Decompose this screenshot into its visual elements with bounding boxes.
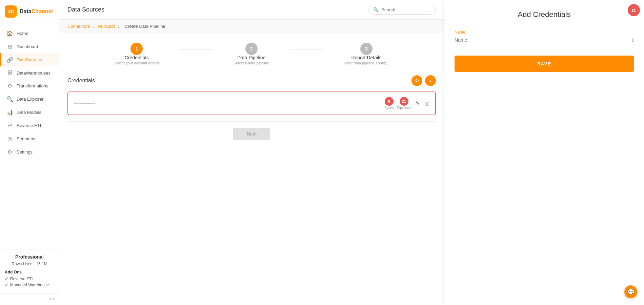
sidebar-item-label: DataWarehouses	[17, 70, 51, 76]
search-box[interactable]: 🔍	[368, 5, 436, 15]
logo-text: DataChannel	[20, 8, 53, 15]
step-2-label: Data Pipeline	[237, 55, 265, 60]
check-icon: ✔	[5, 282, 8, 287]
step-2: 2 Data Pipeline Select a data pipeline	[234, 43, 269, 65]
step-2-sublabel: Select a data pipeline	[234, 61, 269, 65]
logo-icon: DC	[5, 5, 17, 18]
right-panel: D Add Credentials Name ℹ SAVE	[444, 0, 644, 305]
page-header: Data Sources 🔍	[59, 0, 444, 20]
sidebar-item-label: Settings	[17, 149, 33, 155]
page-title: Data Sources	[67, 6, 104, 13]
addon-label: Managed Warehouse	[10, 283, 49, 287]
sidebar-nav: 🏠 Home ⊞ Dashboard 🔗 DataSources 🗄 DataW…	[0, 23, 59, 249]
data-models-icon: 📊	[6, 109, 13, 116]
syncs-label: Syncs	[384, 106, 394, 110]
plan-title: Professional	[5, 254, 54, 260]
addon-managed-warehouse: ✔ Managed Warehouse	[5, 282, 54, 287]
step-1-label: Credentials	[125, 55, 149, 60]
step-line-1	[179, 43, 213, 49]
breadcrumb-connectors[interactable]: Connectors	[67, 24, 90, 29]
step-3-label: Report Details	[351, 55, 381, 60]
step-1: 1 Credentials Select your account detail…	[115, 43, 159, 65]
edit-credential-button[interactable]: ✎	[416, 100, 420, 106]
breadcrumb-sep1: /	[93, 24, 95, 29]
pipelines-badge: 21	[400, 97, 408, 106]
stepper: 1 Credentials Select your account detail…	[67, 43, 436, 65]
sidebar: DC DataChannel 🏠 Home ⊞ Dashboard 🔗 Data…	[0, 0, 59, 305]
info-icon: ℹ	[632, 37, 634, 43]
cred-actions: ↻ +	[411, 75, 436, 86]
delete-credential-button[interactable]: 🗑	[425, 101, 430, 106]
name-field-row: ℹ	[455, 37, 634, 46]
logo-orange: Channel	[32, 8, 53, 14]
sidebar-item-data-explorer[interactable]: 🔍 Data Explorer	[0, 93, 59, 106]
sidebar-item-label: Data Models	[17, 110, 41, 115]
sidebar-item-reverse-etl[interactable]: ↩ Reverse ETL	[0, 119, 59, 132]
search-input[interactable]	[381, 7, 429, 12]
step-3: 3 Report Details Enter data pipeline con…	[344, 43, 389, 65]
step-1-sublabel: Select your account details	[115, 61, 159, 65]
pipelines-badge-group: 21 Pipelines	[397, 97, 411, 110]
settings-icon: ⚙	[6, 149, 13, 155]
sidebar-item-transformations[interactable]: ⚙ Transformations	[0, 79, 59, 93]
logo-dark: Data	[20, 8, 32, 14]
sidebar-item-label: Home	[17, 31, 28, 36]
credentials-header: Credentials ↻ +	[67, 75, 436, 86]
sidebar-item-label: Data Explorer	[17, 97, 43, 102]
step-1-circle: 1	[130, 43, 143, 55]
reverse-etl-icon: ↩	[6, 122, 13, 129]
addon-label: Reverse ETL	[10, 277, 34, 281]
sidebar-item-dashboard[interactable]: ⊞ Dashboard	[0, 40, 59, 53]
sidebar-item-data-models[interactable]: 📊 Data Models	[0, 106, 59, 119]
step-line-2	[289, 43, 323, 49]
sidebar-item-label: Dashboard	[17, 44, 38, 49]
sidebar-item-settings[interactable]: ⚙ Settings	[0, 145, 59, 159]
step-3-sublabel: Enter data pipeline config...	[344, 61, 389, 65]
sidebar-item-label: DataSources	[17, 57, 42, 62]
sidebar-item-home[interactable]: 🏠 Home	[0, 27, 59, 40]
home-icon: 🏠	[6, 30, 13, 37]
content-area: 1 Credentials Select your account detail…	[59, 33, 444, 305]
sidebar-item-datasources[interactable]: 🔗 DataSources	[0, 53, 59, 66]
syncs-badge-group: 0 Syncs	[384, 97, 394, 110]
main-content: Data Sources 🔍 Connectors / HubSpot / Cr…	[59, 0, 444, 305]
collapse-button[interactable]: <<	[0, 293, 59, 305]
breadcrumb-hubspot[interactable]: HubSpot	[98, 24, 115, 29]
breadcrumb: Connectors / HubSpot / Create Data Pipel…	[59, 20, 444, 33]
step-2-circle: 2	[245, 43, 258, 55]
segments-icon: ◎	[6, 136, 13, 142]
transformations-icon: ⚙	[6, 83, 13, 89]
save-button[interactable]: SAVE	[455, 56, 634, 72]
user-avatar: D	[628, 4, 640, 16]
addon-reverse-etl: ✔ Reverse ETL	[5, 276, 54, 281]
add-credential-button[interactable]: +	[425, 75, 436, 86]
sidebar-item-label: Reverse ETL	[17, 123, 42, 128]
sidebar-item-segments[interactable]: ◎ Segments	[0, 132, 59, 145]
check-icon: ✔	[5, 276, 8, 281]
search-icon: 🔍	[373, 7, 379, 12]
pipelines-label: Pipelines	[397, 106, 411, 110]
refresh-button[interactable]: ↻	[411, 75, 422, 86]
datasources-icon: 🔗	[6, 57, 13, 63]
chat-icon: 💬	[627, 288, 635, 296]
data-explorer-icon: 🔍	[6, 96, 13, 102]
credential-item[interactable]: •••••••••••••• 0 Syncs 21 Pipelines ✎ 🗑	[67, 92, 436, 115]
sidebar-item-datawarehouses[interactable]: 🗄 DataWarehouses	[0, 66, 59, 79]
sidebar-bottom: Professional Rows Used - 15.1M Add Ons ✔…	[0, 249, 59, 293]
name-label: Name	[455, 30, 634, 35]
credential-badges: 0 Syncs 21 Pipelines ✎ 🗑	[384, 97, 430, 110]
addons-title: Add Ons	[5, 270, 54, 274]
breadcrumb-current: Create Data Pipeline	[125, 24, 165, 29]
next-button[interactable]: Next	[233, 128, 270, 140]
credential-name: ••••••••••••••	[74, 101, 95, 106]
syncs-badge: 0	[385, 97, 394, 106]
name-input[interactable]	[455, 37, 632, 43]
sidebar-item-label: Transformations	[17, 83, 48, 88]
section-divider	[67, 121, 436, 122]
sidebar-item-label: Segments	[17, 136, 37, 141]
credentials-title: Credentials	[67, 78, 95, 84]
datawarehouses-icon: 🗄	[6, 70, 13, 76]
sidebar-logo: DC DataChannel	[0, 0, 59, 23]
chat-button[interactable]: 💬	[624, 285, 637, 298]
dashboard-icon: ⊞	[6, 43, 13, 50]
